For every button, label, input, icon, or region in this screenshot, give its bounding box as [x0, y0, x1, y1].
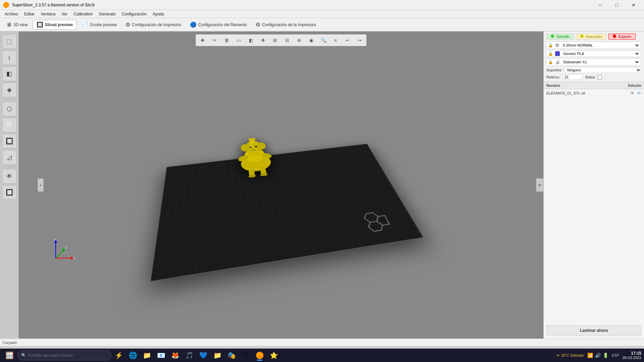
config-section: Sencillo Avanzado Experto 🔒 ⚙ 0.20mm NOR…	[544, 32, 644, 82]
collapse-right-panel[interactable]: »	[536, 178, 543, 192]
tbar-app-explorer2[interactable]: 📁	[211, 349, 223, 361]
menu-item-ayuda[interactable]: Ayuda	[150, 11, 167, 17]
tbar-app-brave[interactable]: 🛡	[239, 349, 252, 361]
tool-rotate[interactable]: ◈	[2, 82, 17, 97]
titlebar: 🟠 SuperSlicer_2.3.57 a flavored version …	[0, 0, 644, 10]
tool-cut[interactable]: ◧	[2, 66, 17, 81]
tab-sliced[interactable]: 🔲Sliced preview	[33, 20, 76, 29]
dot-red	[613, 35, 616, 38]
view-zoomout[interactable]: ◉	[306, 36, 317, 45]
menu-item-editar[interactable]: Editar	[21, 11, 37, 17]
bed-surface	[150, 143, 424, 282]
app-title: SuperSlicer_2.3.57 a flavored version of…	[12, 3, 95, 7]
view-undo[interactable]: ↩	[342, 36, 353, 45]
relleno-input[interactable]	[562, 74, 583, 80]
mode-sencillo-btn[interactable]: Sencillo	[546, 34, 574, 40]
view-arrange[interactable]: ▭	[233, 36, 245, 45]
tab-gcode[interactable]: 📄Gcode preview	[78, 20, 120, 29]
axes-svg: Y X Z	[49, 238, 76, 265]
tool-select[interactable]: ↕	[2, 50, 17, 65]
tbar-app-edge[interactable]: 🌐	[127, 349, 139, 361]
tbar-app-app2[interactable]: ⭐	[268, 349, 280, 361]
menu-item-calibration[interactable]: Calibration	[71, 11, 95, 17]
lock-icon-3: 🔒	[548, 60, 553, 64]
weather-widget: ☀ 32°C Soleado	[556, 353, 584, 358]
print-icon: ⚙	[555, 43, 559, 48]
mode-experto-btn[interactable]: Experto	[608, 34, 636, 40]
object-list: ELEFANTE_01_STL.stl 👁 ✏	[544, 89, 644, 206]
view-copy[interactable]: ⊞	[269, 36, 281, 45]
tbar-app-mail[interactable]: 📧	[155, 349, 167, 361]
menu-item-generate[interactable]: Generate	[96, 11, 118, 17]
viewport[interactable]: ✚ ✂ 🗑 ▭ ◧ ❖ ⊞ ⊟ ⊕ ◉ 🔍 ≡ ↩ ↪ ‹	[19, 32, 543, 339]
view-menu[interactable]: ≡	[330, 36, 341, 45]
close-button[interactable]: ✕	[626, 0, 641, 10]
tool-scale[interactable]: ⬡	[2, 102, 17, 116]
filament-select[interactable]: Generic PLA	[562, 51, 640, 56]
tab-conf-filamento[interactable]: 🔵Configuración del filamento	[186, 20, 251, 29]
view-search[interactable]: 🔍	[318, 36, 329, 45]
svg-text:X: X	[73, 256, 75, 260]
menu-item-ver[interactable]: Ver	[59, 11, 70, 17]
right-panel: Sencillo Avanzado Experto 🔒 ⚙ 0.20mm NOR…	[543, 32, 644, 339]
collapse-left-panel[interactable]: ‹	[38, 178, 44, 192]
menubar: ArchivoEditarVentanaVerCalibrationGenera…	[0, 10, 644, 18]
tool-seam[interactable]: ◿	[2, 150, 17, 165]
menu-item-ventana[interactable]: Ventana	[38, 11, 58, 17]
tool-3dview[interactable]: ⬚	[2, 34, 17, 49]
search-bar[interactable]: 🔍	[17, 350, 111, 360]
tool-separator-2	[3, 167, 15, 167]
tool-view[interactable]: 👁	[2, 169, 17, 184]
visibility-toggle-btn[interactable]: 👁	[630, 90, 635, 96]
menu-item-archivo[interactable]: Archivo	[2, 11, 21, 17]
tbar-app-task view[interactable]: ⚡	[113, 349, 125, 361]
tab-conf-impresora[interactable]: ⚙Configuración de la Impresora	[252, 20, 320, 29]
menu-item-configuración[interactable]: Configuración	[119, 11, 149, 17]
tbar-app-spotify[interactable]: 🎵	[183, 349, 195, 361]
view-cut[interactable]: ✂	[209, 36, 220, 45]
edit-object-btn[interactable]: ✏	[637, 90, 641, 96]
tab-icon-conf-impresora: ⚙	[256, 21, 260, 28]
tool-separator-1	[3, 99, 15, 100]
restore-button[interactable]: □	[609, 0, 625, 10]
3d-model	[230, 133, 283, 181]
tab-3dview[interactable]: 🖥3D view	[3, 20, 32, 29]
tbar-app-superslicer[interactable]: 🟠	[254, 349, 266, 361]
volume-icon[interactable]: 🔊	[595, 353, 601, 358]
printer-select[interactable]: Sidewinder X1	[562, 60, 640, 64]
view-zoomin[interactable]: ⊕	[293, 36, 305, 45]
slice-now-button[interactable]: Laminar ahora	[546, 325, 641, 336]
print-profile-select[interactable]: 0.20mm NORMAL	[561, 43, 640, 48]
balsa-checkbox[interactable]	[597, 75, 602, 79]
view-redo[interactable]: ↪	[354, 36, 365, 45]
mode-avanzado-btn[interactable]: Avanzado	[576, 34, 606, 40]
minimize-button[interactable]: ─	[592, 0, 608, 10]
tool-support[interactable]: 🔲	[2, 134, 17, 148]
network-icon[interactable]: 📶	[587, 353, 593, 358]
tbar-app-vscode[interactable]: 💙	[197, 349, 209, 361]
view-split[interactable]: ◧	[245, 36, 257, 45]
mode-sencillo-label: Sencillo	[556, 35, 570, 39]
tab-label-sliced: Sliced preview	[45, 22, 73, 27]
view-clone[interactable]: ❖	[257, 36, 269, 45]
tbar-app-file explorer[interactable]: 📁	[141, 349, 153, 361]
tool-cube[interactable]: 🔲	[2, 185, 17, 200]
view-add[interactable]: ✚	[197, 36, 208, 45]
col-edicion: Edición	[628, 83, 641, 87]
clock-date: 28-10-2021	[623, 356, 641, 360]
weather-icon: ☀	[556, 353, 560, 358]
view-delete[interactable]: 🗑	[221, 36, 232, 45]
tool-place[interactable]: ⬜	[2, 118, 17, 132]
model-svg	[230, 133, 283, 181]
soportes-select[interactable]: Ninguno	[564, 67, 641, 73]
view-paste[interactable]: ⊟	[281, 36, 293, 45]
titlebar-title-area: 🟠 SuperSlicer_2.3.57 a flavored version …	[3, 2, 95, 8]
tbar-app-firefox[interactable]: 🦊	[169, 349, 181, 361]
system-clock: 17:15 28-10-2021	[623, 351, 641, 360]
svg-text:Z: Z	[65, 246, 67, 249]
start-button[interactable]: 🪟	[3, 349, 16, 362]
tab-conf-impresion[interactable]: ⚙Configuración de Impresión	[122, 20, 185, 29]
search-input[interactable]	[28, 353, 108, 358]
bed-logo	[358, 208, 396, 236]
tbar-app-app[interactable]: 🎭	[225, 349, 237, 361]
